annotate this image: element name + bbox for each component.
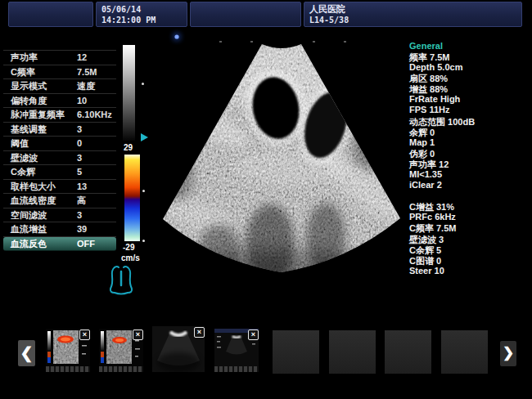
param-value: 12 <box>77 52 87 62</box>
image-info-panel: General 频率 7.5M Depth 5.0cm 扇区 88% 增益 88… <box>409 41 532 276</box>
info-line: 扇区 88% <box>409 73 532 83</box>
date-text: 05/06/14 <box>97 2 187 15</box>
param-value: 6.10KHz <box>77 110 112 119</box>
cine-strip <box>99 366 143 372</box>
velocity-scale-max: 29 <box>124 143 133 152</box>
param-label: 壁滤波 <box>11 151 38 164</box>
param-row-prf[interactable]: 脉冲重复频率 6.10KHz <box>3 108 116 123</box>
sector-scan-area <box>151 29 409 278</box>
close-icon[interactable]: × <box>248 330 259 340</box>
param-label: 血流增益 <box>11 223 47 235</box>
info-line: PRFc 6kHz <box>409 212 532 222</box>
parameter-sidebar: 声功率 12 C频率 7.5M 显示模式 速度 偏转角度 10 脉冲重复频率 6… <box>3 50 116 251</box>
next-thumbnails-button[interactable]: ❯ <box>500 341 516 366</box>
param-value: 13 <box>77 182 87 191</box>
param-row-spatial-filter[interactable]: 空间滤波 3 <box>3 208 116 223</box>
info-panel-header: General <box>409 41 532 52</box>
param-value: 速度 <box>77 80 95 92</box>
info-line: iClear 2 <box>409 180 532 191</box>
param-label: 基线调整 <box>11 123 47 135</box>
probe-orientation-dot <box>173 33 181 41</box>
param-row-color-invert-selected[interactable]: 血流反色 OFF <box>3 237 116 252</box>
thumbnail-bmode-3[interactable]: × <box>152 326 205 372</box>
param-row-c-persistence[interactable]: C余辉 5 <box>3 165 116 180</box>
info-line: 频率 7.5M <box>409 52 532 62</box>
info-line: C余辉 5 <box>409 244 532 255</box>
param-value: 高 <box>77 195 86 207</box>
thumbnail-slot-empty <box>273 330 319 374</box>
param-label: C余辉 <box>11 166 35 178</box>
focus-marker-dot <box>142 83 144 85</box>
cine-strip <box>46 366 90 372</box>
param-row-acoustic-power[interactable]: 声功率 12 <box>3 51 116 65</box>
param-label: 脉冲重复频率 <box>11 109 65 121</box>
param-value: 39 <box>77 224 87 234</box>
param-row-steer-angle[interactable]: 偏转角度 10 <box>3 94 116 109</box>
info-line: MI<1.35 <box>409 169 532 180</box>
cine-strip <box>214 366 259 372</box>
body-marker-icon[interactable] <box>107 263 135 299</box>
info-line: 余辉 0 <box>409 127 532 137</box>
hospital-box: 人民医院 L14-5/38 <box>304 2 522 27</box>
ruler-ticks <box>219 41 346 43</box>
param-value: 5 <box>77 167 82 177</box>
param-row-threshold[interactable]: 阈值 0 <box>3 137 116 151</box>
param-row-baseline[interactable]: 基线调整 3 <box>3 123 116 137</box>
param-value: OFF <box>77 239 95 249</box>
focus-marker-dot <box>142 240 145 242</box>
param-label: C频率 <box>11 65 35 78</box>
info-line: 伪彩 0 <box>409 148 532 159</box>
thumbnail-doppler-2[interactable]: × <box>99 329 143 366</box>
time-text: 14:21:00 PM <box>97 15 187 25</box>
color-map-bar <box>124 155 140 241</box>
param-label: 声功率 <box>11 52 38 64</box>
close-icon[interactable]: × <box>133 330 143 340</box>
thumbnail-slot-empty <box>329 330 376 374</box>
thumbnail-doppler-1[interactable]: × <box>46 329 90 366</box>
info-line: C图谱 0 <box>409 255 532 266</box>
param-label: 取样包大小 <box>11 180 56 192</box>
velocity-scale-min: -29 <box>123 243 134 252</box>
info-line: 动态范围 100dB <box>409 116 532 127</box>
probe-model: L14-5/38 <box>304 15 521 25</box>
close-icon[interactable]: × <box>79 330 90 340</box>
logo-box <box>8 2 93 27</box>
prev-thumbnails-button[interactable]: ❮ <box>18 340 35 366</box>
info-line: 壁滤波 3 <box>409 234 532 244</box>
info-line: FrRate High <box>409 94 532 105</box>
info-line: C增益 31% <box>409 201 532 212</box>
param-value: 7.5M <box>77 67 97 77</box>
info-line: Steer 10 <box>409 266 532 276</box>
param-value: 3 <box>77 124 82 134</box>
param-label: 血流线密度 <box>11 195 56 207</box>
info-line: Map 1 <box>409 137 532 148</box>
ultrasound-image-canvas[interactable] <box>151 29 409 278</box>
close-icon[interactable]: × <box>194 327 205 338</box>
param-label: 显示模式 <box>11 80 47 92</box>
info-line: C频率 7.5M <box>409 222 532 233</box>
param-row-packet-size[interactable]: 取样包大小 13 <box>3 180 116 195</box>
thumbnail-bmode-4[interactable]: × <box>214 329 259 366</box>
param-row-c-frequency[interactable]: C频率 7.5M <box>3 65 116 80</box>
focus-marker-dot <box>142 190 145 192</box>
info-line: Depth 5.0cm <box>409 62 532 73</box>
param-label: 阈值 <box>11 137 29 150</box>
param-value: 3 <box>77 210 82 220</box>
param-row-wall-filter[interactable]: 壁滤波 3 <box>3 151 116 166</box>
param-label: 血流反色 <box>11 237 47 249</box>
velocity-scale-unit: cm/s <box>121 253 140 262</box>
param-value: 10 <box>77 96 87 105</box>
info-line: FPS 11Hz <box>409 105 532 115</box>
hospital-name: 人民医院 <box>304 2 521 15</box>
param-value: 0 <box>77 138 82 148</box>
gray-map-bar <box>123 45 135 141</box>
param-row-color-gain[interactable]: 血流增益 39 <box>3 222 116 237</box>
param-row-line-density[interactable]: 血流线密度 高 <box>3 194 116 208</box>
param-label: 空间滤波 <box>11 208 47 221</box>
ultrasound-console-screen: 05/06/14 14:21:00 PM 人民医院 L14-5/38 声功率 1… <box>0 0 532 399</box>
param-row-display-mode[interactable]: 显示模式 速度 <box>3 79 116 94</box>
thumbnail-slot-empty <box>385 330 431 374</box>
param-value: 3 <box>77 153 82 163</box>
datetime-box: 05/06/14 14:21:00 PM <box>96 2 187 27</box>
param-label: 偏转角度 <box>11 94 47 106</box>
